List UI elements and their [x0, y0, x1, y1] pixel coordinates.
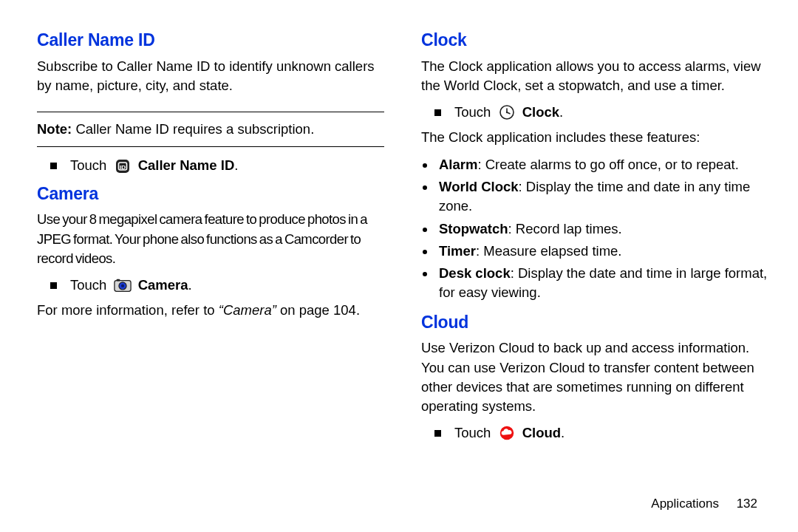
para-clock: The Clock application allows you to acce…	[421, 57, 768, 96]
caller-id-icon: ID	[114, 158, 132, 174]
touch-post: .	[561, 425, 565, 440]
heading-cloud: Cloud	[421, 310, 768, 335]
heading-clock: Clock	[421, 28, 768, 52]
list-item: Desk clock: Display the date and time in…	[436, 264, 768, 303]
right-column: Clock The Clock application allows you t…	[421, 22, 768, 449]
touch-pre: Touch	[70, 157, 111, 173]
camera-icon	[114, 277, 132, 293]
note-text: Caller Name ID requires a subscription.	[72, 121, 314, 137]
clock-feat-intro: The Clock application includes these fea…	[421, 128, 768, 147]
touch-camera-row: Touch Camera.	[50, 276, 384, 295]
left-column: Caller Name ID Subscribe to Caller Name …	[37, 22, 384, 449]
para-caller-id: Subscribe to Caller Name ID to identify …	[37, 57, 384, 96]
list-item: World Clock: Display the time and date i…	[436, 177, 768, 216]
touch-pre: Touch	[454, 104, 495, 120]
square-bullet-icon	[434, 430, 441, 437]
list-item: Timer: Measure elapsed time.	[436, 242, 768, 261]
svg-point-10	[505, 112, 507, 113]
touch-post: .	[559, 104, 563, 120]
touch-caller-id-row: Touch ID Caller Name ID.	[50, 156, 384, 175]
note-box: Note: Caller Name ID requires a subscrip…	[37, 112, 384, 147]
footer-section: Applications	[651, 497, 719, 511]
para-cloud: Use Verizon Cloud to back up and access …	[421, 338, 768, 416]
touch-pre: Touch	[454, 425, 495, 440]
page-footer: Applications 132	[651, 497, 757, 511]
clock-icon	[498, 104, 516, 120]
clock-feature-list: Alarm: Create alarms to go off once, or …	[421, 155, 768, 303]
touch-post: .	[234, 157, 238, 173]
svg-text:ID: ID	[120, 163, 126, 170]
square-bullet-icon	[50, 163, 57, 169]
footer-page: 132	[737, 497, 757, 511]
touch-clock-row: Touch Clock.	[434, 103, 768, 122]
heading-caller-name-id: Caller Name ID	[37, 28, 384, 52]
touch-pre: Touch	[70, 277, 111, 293]
touch-bold: Cloud	[522, 425, 561, 440]
list-item: Alarm: Create alarms to go off once, or …	[436, 155, 768, 174]
note-label: Note:	[37, 121, 72, 137]
touch-cloud-row: Touch Cloud.	[434, 423, 768, 443]
camera-ref: For more information, refer to “Camera” …	[37, 301, 384, 320]
list-item: Stopwatch: Record lap times.	[436, 219, 768, 239]
square-bullet-icon	[50, 282, 57, 289]
touch-post: .	[188, 277, 192, 293]
square-bullet-icon	[434, 109, 441, 116]
cloud-icon	[498, 425, 516, 441]
heading-camera: Camera	[37, 182, 384, 206]
touch-bold: Camera	[138, 277, 188, 293]
svg-point-5	[120, 284, 123, 287]
para-camera: Use your 8 megapixel camera feature to p…	[37, 210, 384, 268]
svg-rect-6	[116, 279, 120, 282]
touch-bold: Clock	[522, 104, 559, 120]
touch-bold: Caller Name ID	[138, 157, 235, 173]
